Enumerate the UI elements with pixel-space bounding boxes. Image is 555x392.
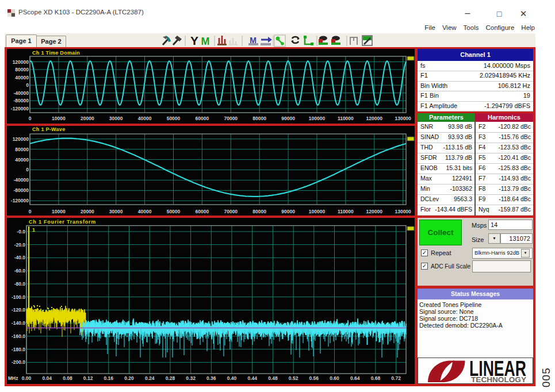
svg-text:-120000: -120000: [11, 106, 29, 112]
svg-text:20000: 20000: [81, 116, 94, 121]
svg-text:130000: 130000: [395, 116, 411, 121]
svg-text:80000: 80000: [15, 147, 29, 152]
svg-text:0.60: 0.60: [330, 375, 339, 381]
svg-text:70000: 70000: [224, 116, 238, 121]
svg-text:80000: 80000: [252, 209, 266, 214]
svg-text:60000: 60000: [196, 209, 209, 214]
svg-text:40000: 40000: [138, 209, 152, 214]
svg-text:-80000: -80000: [14, 98, 29, 103]
svg-text:0.48: 0.48: [268, 375, 278, 381]
svg-text:0.24: 0.24: [145, 375, 155, 381]
svg-text:M: M: [201, 36, 210, 47]
svg-text:-20.0: -20.0: [14, 242, 26, 248]
svg-text:0: 0: [29, 116, 32, 121]
svg-text:MHz: MHz: [8, 375, 18, 381]
svg-text:-80.0: -80.0: [14, 281, 26, 287]
svg-text:0.40: 0.40: [227, 375, 237, 381]
svg-text:100000: 100000: [309, 209, 326, 214]
svg-text:0.68: 0.68: [371, 375, 381, 381]
svg-text:0: 0: [26, 167, 29, 172]
svg-text:0.56: 0.56: [309, 375, 319, 381]
svg-text:0.28: 0.28: [166, 375, 175, 381]
svg-text:Ch 1 P-Wave: Ch 1 P-Wave: [32, 126, 65, 132]
svg-text:1: 1: [32, 227, 35, 233]
svg-text:80000: 80000: [252, 116, 266, 121]
svg-text:30000: 30000: [109, 116, 123, 121]
svg-text:0.12: 0.12: [83, 375, 93, 381]
svg-text:60000: 60000: [196, 116, 209, 121]
svg-text:-200.0: -200.0: [12, 359, 25, 365]
svg-text:40000: 40000: [138, 116, 152, 121]
svg-text:0.08: 0.08: [63, 375, 72, 381]
svg-text:80000: 80000: [15, 67, 29, 72]
svg-text:0.00: 0.00: [22, 375, 32, 381]
svg-text:130000: 130000: [395, 209, 411, 214]
svg-text:110000: 110000: [338, 209, 354, 214]
svg-text:Ch 1 Fourier Transform: Ch 1 Fourier Transform: [29, 219, 96, 225]
svg-text:90000: 90000: [281, 209, 295, 214]
svg-text:0.72: 0.72: [391, 375, 401, 381]
svg-text:-120000: -120000: [11, 198, 29, 203]
svg-text:0.64: 0.64: [350, 375, 360, 381]
svg-text:-40000: -40000: [14, 177, 29, 183]
svg-text:0: 0: [26, 82, 29, 88]
svg-text:10000: 10000: [52, 209, 66, 214]
svg-text:0.20: 0.20: [124, 375, 134, 381]
svg-text:120000: 120000: [13, 136, 29, 142]
svg-text:70000: 70000: [224, 209, 238, 214]
svg-text:0: 0: [29, 209, 32, 214]
svg-text:-40.0: -40.0: [14, 255, 26, 260]
svg-text:120000: 120000: [366, 209, 383, 214]
svg-text:100000: 100000: [309, 116, 326, 121]
svg-text:-160.0: -160.0: [12, 333, 25, 339]
svg-text:-60.0: -60.0: [14, 268, 26, 274]
svg-text:10000: 10000: [52, 116, 66, 121]
svg-text:50000: 50000: [167, 209, 181, 214]
svg-text:0.32: 0.32: [186, 375, 196, 381]
svg-text:0.04: 0.04: [42, 375, 52, 381]
svg-text:-80000: -80000: [14, 187, 29, 193]
svg-text:0.44: 0.44: [247, 375, 257, 381]
svg-text:120000: 120000: [13, 59, 29, 65]
svg-text:-0.0: -0.0: [17, 229, 25, 235]
svg-text:Y: Y: [190, 34, 198, 47]
svg-text:40000: 40000: [15, 157, 29, 163]
svg-text:30000: 30000: [109, 209, 123, 214]
svg-text:50000: 50000: [167, 116, 181, 121]
svg-text:-180.0: -180.0: [12, 347, 25, 352]
svg-text:20000: 20000: [81, 209, 94, 214]
svg-text:Ch 1 Time Domain: Ch 1 Time Domain: [32, 50, 80, 56]
svg-text:TECHNOLOGY: TECHNOLOGY: [471, 375, 526, 383]
svg-text:-40000: -40000: [14, 90, 29, 96]
svg-text:0.36: 0.36: [206, 375, 216, 381]
svg-text:0.16: 0.16: [104, 375, 114, 381]
svg-text:120000: 120000: [366, 116, 383, 121]
svg-text:0.52: 0.52: [289, 375, 298, 381]
svg-text:90000: 90000: [281, 116, 295, 121]
svg-text:-120.0: -120.0: [12, 307, 25, 313]
svg-text:-100.0: -100.0: [12, 294, 25, 300]
svg-text:-140.0: -140.0: [12, 320, 25, 326]
svg-text:110000: 110000: [338, 116, 354, 121]
svg-text:40000: 40000: [15, 75, 29, 80]
